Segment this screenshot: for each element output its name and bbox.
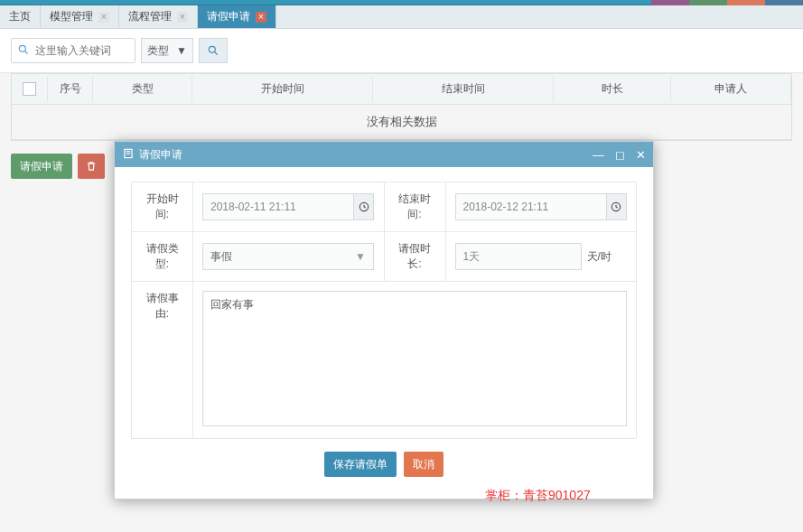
close-icon[interactable]: ✕ (636, 148, 646, 162)
tab-bar: 主页 模型管理 × 流程管理 × 请假申请 × (0, 5, 803, 29)
tab-label: 主页 (9, 9, 31, 24)
svg-line-3 (215, 52, 218, 55)
leave-modal: 请假申请 — ◻ ✕ 开始时间: 结束时间: (114, 141, 654, 499)
modal-title-text: 请假申请 (139, 147, 182, 163)
label-reason: 请假事由: (132, 282, 193, 439)
type-select[interactable]: 类型 ▼ (141, 38, 193, 63)
tab-leave[interactable]: 请假申请 × (198, 5, 276, 28)
duration-input[interactable] (455, 243, 582, 270)
clock-icon[interactable] (353, 193, 374, 220)
close-icon[interactable]: × (177, 12, 188, 23)
close-icon[interactable]: × (98, 12, 109, 23)
chevron-down-icon: ▼ (355, 250, 366, 263)
tab-label: 请假申请 (207, 9, 250, 24)
label-type: 请假类型: (132, 232, 193, 282)
tab-label: 模型管理 (50, 9, 93, 24)
label-start: 开始时间: (132, 182, 193, 232)
col-applicant: 申请人 (671, 76, 791, 102)
reason-textarea[interactable] (202, 291, 627, 426)
search-input[interactable] (35, 39, 135, 62)
tab-home[interactable]: 主页 (0, 5, 41, 28)
col-type: 类型 (93, 76, 192, 102)
start-time-input[interactable] (202, 193, 353, 220)
cancel-button[interactable]: 取消 (404, 452, 444, 477)
trash-icon (85, 160, 98, 173)
search-input-group (11, 38, 135, 63)
apply-leave-button[interactable]: 请假申请 (11, 154, 72, 179)
minimize-icon[interactable]: — (593, 148, 604, 162)
leave-type-select[interactable]: 事假 ▼ (202, 243, 374, 270)
col-seq: 序号 (48, 76, 93, 102)
search-button[interactable] (199, 38, 228, 63)
col-dur: 时长 (554, 76, 671, 102)
duration-unit: 天/时 (587, 249, 612, 265)
delete-button[interactable] (78, 154, 105, 179)
svg-point-2 (209, 46, 215, 52)
col-end: 结束时间 (373, 76, 554, 102)
type-select-label: 类型 (147, 43, 169, 59)
chevron-down-icon: ▼ (176, 44, 187, 57)
svg-point-0 (19, 45, 25, 51)
maximize-icon[interactable]: ◻ (615, 148, 625, 162)
label-dur: 请假时长: (384, 232, 445, 282)
select-all-checkbox[interactable] (23, 82, 36, 96)
tab-model[interactable]: 模型管理 × (41, 5, 119, 28)
watermark: 掌柜：青苔901027 (485, 488, 591, 504)
col-start: 开始时间 (192, 76, 373, 102)
no-data-row: 没有相关数据 (12, 105, 791, 140)
end-time-input[interactable] (455, 193, 606, 220)
search-icon (12, 43, 35, 59)
tab-process[interactable]: 流程管理 × (119, 5, 198, 28)
tab-label: 流程管理 (128, 9, 172, 24)
form-icon (122, 147, 135, 163)
save-button[interactable]: 保存请假单 (324, 452, 397, 477)
data-table: 序号 类型 开始时间 结束时间 时长 申请人 没有相关数据 (11, 73, 792, 141)
clock-icon[interactable] (606, 193, 627, 220)
close-icon[interactable]: × (256, 12, 266, 23)
label-end: 结束时间: (384, 182, 445, 232)
top-accent-strip (651, 0, 803, 5)
leave-type-value: 事假 (210, 249, 232, 265)
svg-line-1 (25, 51, 28, 53)
